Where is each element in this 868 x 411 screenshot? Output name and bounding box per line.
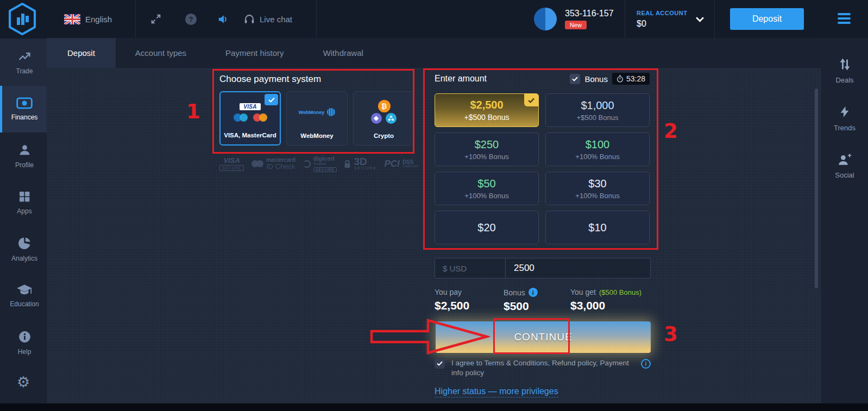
profile-avatar-button[interactable] <box>534 0 557 38</box>
pci-dss-badge: PCI DSS COMPLIANT <box>384 159 418 168</box>
fullscreen-icon <box>150 13 162 25</box>
amount-option-50[interactable]: $50 +100% Bonus <box>435 172 539 205</box>
bonus-label: Bonus <box>504 288 525 297</box>
higher-status-link[interactable]: Higher status — more privileges <box>435 387 558 397</box>
bonus-checkbox[interactable] <box>570 74 580 84</box>
left-sidebar: Trade Finances Profile Apps <box>0 38 47 411</box>
fullscreen-button[interactable] <box>150 0 162 38</box>
webmoney-logo: WebMoney <box>287 92 347 132</box>
live-chat-button[interactable]: Live chat <box>243 0 292 38</box>
add-person-icon <box>837 153 852 166</box>
bitcoin-icon <box>378 100 391 112</box>
settings-button[interactable]: ⚙ <box>0 366 47 397</box>
you-pay-label: You pay <box>435 288 462 296</box>
amount-value: $100 <box>586 138 610 151</box>
bonus-checkbox-label: Bonus <box>584 74 608 84</box>
continue-button[interactable]: CONTINUE <box>436 321 651 353</box>
payment-methods: VISA VISA, MasterCard WebMoney WebMoney <box>219 91 414 146</box>
amount-value: $20 <box>477 222 495 234</box>
amount-bonus: +$500 Bonus <box>577 113 619 122</box>
scrollbar-thumb[interactable] <box>815 88 818 288</box>
bonus-value: $500 <box>504 300 538 313</box>
language-selector[interactable]: English <box>64 0 112 38</box>
sidebar-item-label: Finances <box>11 113 38 121</box>
topbar: English Live chat <box>0 0 868 38</box>
sidebar-item-help[interactable]: Help <box>0 319 47 366</box>
sidebar-item-label: Apps <box>17 207 32 215</box>
sidebar-item-profile[interactable]: Profile <box>0 132 47 179</box>
account-id: 353-116-157 <box>565 9 614 18</box>
terms-info-icon[interactable] <box>641 359 651 369</box>
info-icon <box>18 330 32 344</box>
sidebar-item-finances[interactable]: Finances <box>0 86 47 132</box>
currency-selector[interactable]: $ USD <box>435 258 506 278</box>
analytics-pie-icon <box>17 236 32 250</box>
tab-label: Withdrawal <box>323 48 363 58</box>
amount-input-row: $ USD <box>435 258 651 279</box>
sidebar-item-apps[interactable]: Apps <box>0 179 47 226</box>
education-cap-icon <box>16 284 33 296</box>
sidebar-item-analytics[interactable]: Analytics <box>0 226 47 273</box>
amount-option-20[interactable]: $20 <box>435 211 539 244</box>
lightning-icon <box>839 105 851 119</box>
help-topbar-button[interactable] <box>185 0 197 38</box>
tab-label: Account types <box>135 48 186 58</box>
tab-account-types[interactable]: Account types <box>116 38 206 68</box>
payment-method-visa-mastercard[interactable]: VISA VISA, MasterCard <box>219 91 281 146</box>
badge-text: ID Check <box>266 163 295 170</box>
account-dropdown-chevron[interactable] <box>695 0 705 38</box>
terms-checkbox[interactable] <box>435 358 445 369</box>
gear-icon: ⚙ <box>17 375 30 389</box>
sidebar-item-label: Social <box>835 171 854 179</box>
profile-icon <box>18 143 32 157</box>
tab-deposit[interactable]: Deposit <box>47 38 116 68</box>
payment-method-crypto[interactable]: Crypto <box>353 91 414 146</box>
sidebar-item-social[interactable]: Social <box>821 142 868 190</box>
you-pay-value: $2,500 <box>435 299 469 312</box>
digicert-badge: digicert Trusted SECURE <box>303 155 337 172</box>
sidebar-item-trade[interactable]: Trade <box>0 39 47 86</box>
account-id-block[interactable]: 353-116-157 New <box>565 0 614 38</box>
tab-withdrawal[interactable]: Withdrawal <box>304 38 383 68</box>
amount-option-30[interactable]: $30 +100% Bonus <box>545 172 650 205</box>
avatar <box>534 8 557 30</box>
payment-method-webmoney[interactable]: WebMoney WebMoney <box>286 91 348 146</box>
bonus-timer: 53:28 <box>612 73 650 85</box>
you-get-column: You get ($500 Bonus) $3,000 <box>570 288 641 312</box>
topbar-divider <box>625 0 625 38</box>
crypto-logo <box>354 92 414 132</box>
webmoney-logo-text: WebMoney <box>299 110 324 115</box>
you-get-bonus-note: ($500 Bonus) <box>599 288 641 296</box>
bonus-info-icon[interactable] <box>529 288 538 297</box>
payment-method-label: VISA, MasterCard <box>224 132 276 138</box>
sound-button[interactable] <box>217 0 230 38</box>
badge-text: SECURE <box>219 165 244 171</box>
3d-secure-badge: 3D SECURE <box>344 157 376 171</box>
amount-option-2500[interactable]: $2,500 +$500 Bonus <box>435 93 539 127</box>
tab-payment-history[interactable]: Payment history <box>206 38 304 68</box>
you-pay-column: You pay $2,500 <box>435 288 469 312</box>
deposit-button[interactable]: Deposit <box>730 8 804 30</box>
sidebar-item-label: Trends <box>834 124 856 132</box>
account-switcher[interactable]: REAL ACCOUNT $0 <box>637 0 687 38</box>
sidebar-item-trends[interactable]: Trends <box>821 94 868 142</box>
question-icon <box>185 14 197 25</box>
sidebar-item-label: Help <box>18 348 32 356</box>
amount-option-250[interactable]: $250 +100% Bonus <box>435 132 539 166</box>
topbar-divider <box>714 0 715 38</box>
badge-text: Trusted <box>313 162 337 166</box>
sidebar-item-deals[interactable]: Deals <box>821 47 868 94</box>
hamburger-menu-icon[interactable] <box>838 13 851 26</box>
brand-logo[interactable] <box>7 0 38 38</box>
amount-bonus: +100% Bonus <box>464 153 508 161</box>
trade-icon <box>17 50 32 63</box>
amount-option-10[interactable]: $10 <box>545 211 650 244</box>
amount-option-1000[interactable]: $1,000 +$500 Bonus <box>545 93 650 127</box>
amount-option-100[interactable]: $100 +100% Bonus <box>545 132 650 166</box>
digicert-mark-icon <box>303 160 311 168</box>
amount-grid: $2,500 +$500 Bonus $1,000 +$500 Bonus $2… <box>435 93 650 244</box>
sidebar-item-education[interactable]: Education <box>0 273 47 319</box>
payment-method-label: WebMoney <box>300 132 334 139</box>
amount-input[interactable] <box>506 258 650 278</box>
tab-label: Payment history <box>225 48 284 58</box>
